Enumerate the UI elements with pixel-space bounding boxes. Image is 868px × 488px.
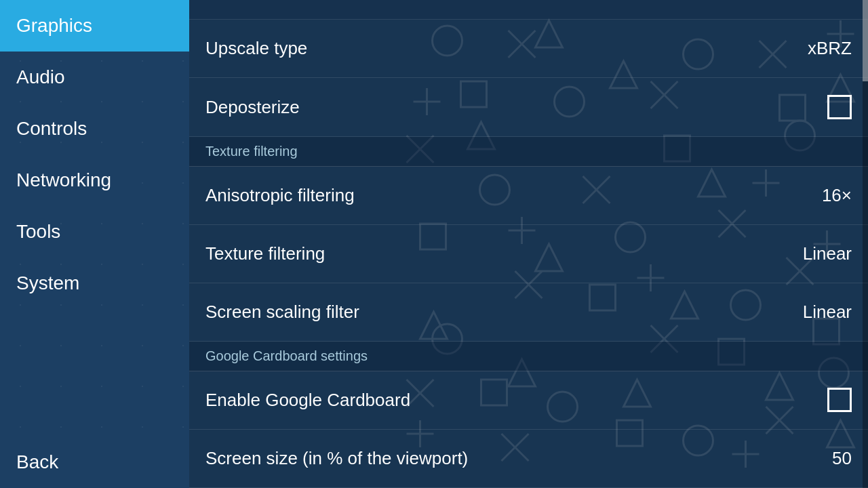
sidebar-item-graphics[interactable]: Graphics [0,0,189,52]
partial-top-row [189,0,868,20]
back-button[interactable]: Back [0,436,189,488]
sidebar-item-networking[interactable]: Networking [0,155,189,206]
sidebar: Graphics Audio Controls Networking Tools… [0,0,189,488]
deposterize-checkbox[interactable] [827,95,852,119]
google-cardboard-checkbox[interactable] [827,388,852,412]
texture-filtering-header: Texture filtering [189,137,868,167]
anisotropic-filtering-row[interactable]: Anisotropic filtering 16× [189,167,868,225]
google-cardboard-header: Google Cardboard settings [189,342,868,371]
upscale-type-label: Upscale type [205,38,307,59]
settings-content: Upscale type xBRZ Deposterize Texture fi… [189,0,868,488]
screen-scaling-filter-label: Screen scaling filter [205,302,359,323]
sidebar-item-audio[interactable]: Audio [0,52,189,103]
deposterize-label: Deposterize [205,97,300,118]
screen-size-viewport-value: 50 [832,448,852,469]
enable-google-cardboard-label: Enable Google Cardboard [205,390,410,411]
anisotropic-filtering-label: Anisotropic filtering [205,185,355,206]
sidebar-item-controls[interactable]: Controls [0,103,189,155]
screen-scaling-filter-row[interactable]: Screen scaling filter Linear [189,283,868,342]
texture-filtering-row[interactable]: Texture filtering Linear [189,225,868,283]
sidebar-item-tools[interactable]: Tools [0,206,189,258]
anisotropic-filtering-value: 16× [822,185,852,206]
upscale-type-row[interactable]: Upscale type xBRZ [189,20,868,78]
deposterize-row[interactable]: Deposterize [189,78,868,136]
screen-size-viewport-row[interactable]: Screen size (in % of the viewport) 50 [189,430,868,488]
upscale-type-value: xBRZ [808,38,852,59]
screen-scaling-filter-value: Linear [803,302,852,323]
texture-filtering-label: Texture filtering [205,243,325,264]
screen-size-viewport-label: Screen size (in % of the viewport) [205,448,468,469]
scrollbar-thumb[interactable] [863,0,868,81]
enable-google-cardboard-row[interactable]: Enable Google Cardboard [189,371,868,430]
scrollbar-track[interactable] [863,0,868,488]
main-content: Upscale type xBRZ Deposterize Texture fi… [189,0,868,488]
sidebar-item-system[interactable]: System [0,258,189,309]
texture-filtering-value: Linear [803,243,852,264]
